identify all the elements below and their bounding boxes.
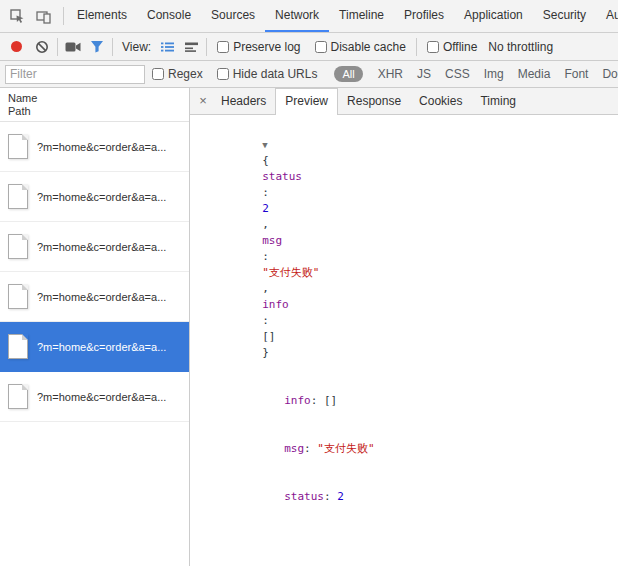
- hide-data-urls-label: Hide data URLs: [233, 67, 318, 81]
- request-name: ?m=home&c=order&a=a...: [37, 341, 166, 353]
- json-value: 2: [337, 490, 344, 503]
- small-rows-view-icon[interactable]: [155, 36, 179, 58]
- json-number: 2: [262, 202, 269, 215]
- disable-cache-option[interactable]: Disable cache: [315, 40, 406, 54]
- request-row[interactable]: ?m=home&c=order&a=a...: [0, 122, 189, 172]
- tab-preview[interactable]: Preview: [275, 88, 338, 115]
- filter-type-media[interactable]: Media: [518, 67, 551, 81]
- request-row-selected[interactable]: ?m=home&c=order&a=a...: [0, 322, 189, 372]
- json-key: status: [262, 170, 302, 183]
- request-row[interactable]: ?m=home&c=order&a=a...: [0, 172, 189, 222]
- json-value: []: [324, 394, 337, 407]
- request-detail-panel: × Headers Preview Response Cookies Timin…: [190, 88, 618, 566]
- request-name: ?m=home&c=order&a=a...: [37, 141, 166, 153]
- tab-response[interactable]: Response: [338, 88, 410, 114]
- hide-data-urls-checkbox[interactable]: [217, 68, 229, 80]
- request-list-header[interactable]: Name Path: [0, 88, 189, 122]
- document-icon: [8, 134, 28, 159]
- request-row[interactable]: ?m=home&c=order&a=a...: [0, 222, 189, 272]
- json-token: :: [304, 442, 317, 455]
- json-key: info: [262, 298, 289, 311]
- toolbar-divider: [416, 38, 417, 56]
- filter-type-xhr[interactable]: XHR: [378, 67, 403, 81]
- tab-elements[interactable]: Elements: [67, 0, 137, 32]
- hide-data-urls-option[interactable]: Hide data URLs: [217, 67, 318, 81]
- tab-timing[interactable]: Timing: [471, 88, 525, 114]
- main-tab-bar: Elements Console Sources Network Timelin…: [0, 0, 618, 33]
- tab-cookies[interactable]: Cookies: [410, 88, 471, 114]
- overview-view-icon[interactable]: [179, 36, 203, 58]
- main-tabs: Elements Console Sources Network Timelin…: [67, 0, 618, 32]
- json-property-line[interactable]: status: 2: [196, 473, 612, 521]
- request-name: ?m=home&c=order&a=a...: [37, 191, 166, 203]
- path-column-header: Path: [8, 105, 181, 118]
- json-value: "支付失败": [317, 442, 374, 455]
- record-icon[interactable]: [11, 41, 22, 52]
- close-detail-icon[interactable]: ×: [194, 88, 212, 114]
- tab-headers[interactable]: Headers: [212, 88, 275, 114]
- filter-input[interactable]: [5, 65, 145, 84]
- tab-console[interactable]: Console: [137, 0, 201, 32]
- collapse-arrow-icon[interactable]: ▼: [262, 137, 274, 153]
- document-icon: [8, 334, 28, 359]
- screencast-camera-icon[interactable]: [61, 36, 85, 58]
- tab-sources[interactable]: Sources: [201, 0, 265, 32]
- tab-security[interactable]: Security: [533, 0, 596, 32]
- toolbar-divider: [206, 38, 207, 56]
- json-token: :: [262, 314, 275, 327]
- tab-timeline[interactable]: Timeline: [329, 0, 394, 32]
- disable-cache-checkbox[interactable]: [315, 41, 327, 53]
- device-toolbar-icon[interactable]: [30, 4, 56, 28]
- network-main-area: Name Path ?m=home&c=order&a=a... ?m=home…: [0, 88, 618, 566]
- tab-application[interactable]: Application: [454, 0, 533, 32]
- json-token: ,: [262, 282, 275, 295]
- request-row[interactable]: ?m=home&c=order&a=a...: [0, 272, 189, 322]
- filter-toolbar: Regex Hide data URLs All XHR JS CSS Img …: [0, 61, 618, 88]
- offline-label: Offline: [443, 40, 477, 54]
- regex-option[interactable]: Regex: [152, 67, 203, 81]
- clear-icon[interactable]: [30, 36, 54, 58]
- filter-type-img[interactable]: Img: [484, 67, 504, 81]
- toolbar-icon-group: [0, 0, 60, 32]
- document-icon: [8, 234, 28, 259]
- json-token: :: [262, 186, 275, 199]
- inspect-element-icon[interactable]: [4, 4, 30, 28]
- document-icon: [8, 184, 28, 209]
- request-name: ?m=home&c=order&a=a...: [37, 241, 166, 253]
- filter-funnel-icon[interactable]: [85, 36, 109, 58]
- filter-type-js[interactable]: JS: [417, 67, 431, 81]
- network-toolbar: View: Preserve log: [0, 33, 618, 61]
- offline-checkbox[interactable]: [427, 41, 439, 53]
- preserve-log-checkbox[interactable]: [217, 41, 229, 53]
- json-preview-tree: ▼ { status : 2 , msg : "支付失败" , info : […: [190, 115, 618, 566]
- json-property-line[interactable]: info: []: [196, 377, 612, 425]
- devtools-window: Elements Console Sources Network Timelin…: [0, 0, 618, 566]
- json-string: "支付失败": [262, 266, 319, 279]
- offline-option[interactable]: Offline: [427, 40, 477, 54]
- toolbar-divider: [112, 38, 113, 56]
- json-token: :: [311, 394, 324, 407]
- filter-type-all[interactable]: All: [334, 66, 362, 82]
- filter-type-css[interactable]: CSS: [445, 67, 470, 81]
- tab-profiles[interactable]: Profiles: [394, 0, 454, 32]
- tab-audits[interactable]: Audits: [596, 0, 618, 32]
- filter-type-doc[interactable]: Doc: [602, 67, 618, 81]
- regex-checkbox[interactable]: [152, 68, 164, 80]
- name-column-header: Name: [8, 92, 181, 105]
- request-row[interactable]: ?m=home&c=order&a=a...: [0, 372, 189, 422]
- preserve-log-label: Preserve log: [233, 40, 300, 54]
- json-token: }: [262, 346, 269, 359]
- tab-network[interactable]: Network: [265, 0, 329, 32]
- regex-label: Regex: [168, 67, 203, 81]
- toolbar-divider: [57, 38, 58, 56]
- preserve-log-option[interactable]: Preserve log: [217, 40, 300, 54]
- throttling-dropdown[interactable]: No throttling: [488, 40, 553, 54]
- document-icon: [8, 284, 28, 309]
- request-name: ?m=home&c=order&a=a...: [37, 291, 166, 303]
- json-key: status: [284, 490, 324, 503]
- request-name: ?m=home&c=order&a=a...: [37, 391, 166, 403]
- filter-type-font[interactable]: Font: [564, 67, 588, 81]
- document-icon: [8, 384, 28, 409]
- json-root-line[interactable]: ▼ { status : 2 , msg : "支付失败" , info : […: [196, 121, 612, 377]
- json-property-line[interactable]: msg: "支付失败": [196, 425, 612, 473]
